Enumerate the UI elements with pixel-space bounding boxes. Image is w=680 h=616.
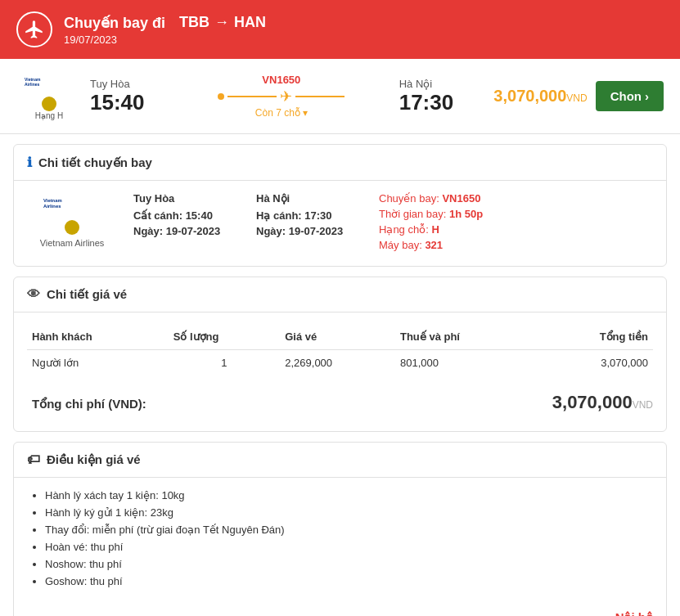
svg-text:Airlines: Airlines <box>25 82 40 87</box>
info-class-value: H <box>431 223 439 236</box>
airline-detail-badge <box>65 220 79 235</box>
seats-left-text: Còn 7 chỗ <box>255 107 300 119</box>
header-title: Chuyến bay đi TBB → HAN <box>64 14 266 32</box>
detail-info: Chuyến bay: VN1650 Thời gian bay: 1h 50p… <box>379 192 543 254</box>
arrival-info: Hà Nội 17:30 <box>399 78 473 115</box>
list-item: Hành lý ký gửi 1 kiện: 23kg <box>45 506 653 519</box>
total-value-area: 3,070,000VND <box>552 392 653 413</box>
arrival-date-value: 19-07-2023 <box>289 225 344 237</box>
header-info: Chuyến bay đi TBB → HAN 19/07/2023 <box>64 14 266 46</box>
route-line-bar2 <box>295 96 345 97</box>
info-duration-row: Thời gian bay: 1h 50p <box>379 208 543 220</box>
col-total: Tổng tiền <box>535 324 653 350</box>
list-item: Hành lý xách tay 1 kiện: 10kg <box>45 489 653 501</box>
flight-detail-section: ℹ Chi tiết chuyến bay Vietnam Airlines V… <box>13 144 667 267</box>
info-flight-row: Chuyến bay: VN1650 <box>379 192 543 205</box>
airline-detail-name: Vietnam Airlines <box>40 238 105 248</box>
seats-left[interactable]: Còn 7 chỗ ▾ <box>255 107 308 119</box>
info-class-label: Hạng chỗ: <box>379 223 429 236</box>
price-section: 3,070,000VND <box>481 87 588 106</box>
departure-col-title: Tuy Hòa <box>133 192 240 205</box>
departure-time: 15:40 <box>90 90 164 115</box>
departure-depart-row: Cất cánh: 15:40 <box>133 209 240 222</box>
header-title-text: Chuyến bay đi <box>64 14 165 32</box>
departure-date-row: Ngày: 19-07-2023 <box>133 225 240 237</box>
header-route-to: HAN <box>234 14 266 31</box>
col-fare: Giá vé <box>280 324 395 350</box>
flight-summary-card: Vietnam Airlines Hạng H Tuy Hòa 15:40 VN… <box>0 59 680 134</box>
list-item: Hoàn vé: thu phí <box>45 541 653 553</box>
eye-icon: 👁 <box>27 287 40 302</box>
info-duration-label: Thời gian bay: <box>379 208 446 220</box>
total-label: Tổng chi phí (VND): <box>32 397 146 411</box>
price-detail-body: Hành khách Số lượng Giá vé Thuế và phí T… <box>14 312 666 431</box>
route-line: ✈ <box>218 88 345 106</box>
route-line-bar <box>227 96 277 97</box>
list-item: Goshow: thu phí <box>45 575 653 587</box>
table-row: Người lớn 1 2,269,000 801,000 3,070,000 <box>27 350 653 376</box>
flight-detail-title: Chi tiết chuyến bay <box>38 155 152 170</box>
flight-detail-body: Vietnam Airlines Vietnam Airlines Tuy Hò… <box>14 181 666 266</box>
price-table-body: Người lớn 1 2,269,000 801,000 3,070,000 <box>27 350 653 376</box>
select-arrow-icon: › <box>645 89 649 103</box>
svg-text:Airlines: Airlines <box>43 205 61 209</box>
arrival-city: Hà Nội <box>399 78 473 90</box>
price-detail-section: 👁 Chi tiết giá vé Hành khách Số lượng Gi… <box>13 277 667 432</box>
route-info: VN1650 ✈ Còn 7 chỗ ▾ <box>172 74 391 119</box>
arrival-col-title: Hà Nội <box>256 192 363 205</box>
list-item: Noshow: thu phí <box>45 558 653 570</box>
info-plane-value: 321 <box>425 239 443 251</box>
svg-text:Vietnam: Vietnam <box>43 199 62 204</box>
col-passenger: Hành khách <box>27 324 169 350</box>
total-currency: VND <box>633 399 653 411</box>
header-arrow: → <box>214 14 229 31</box>
airline-logo: Vietnam Airlines Hạng H <box>16 72 82 120</box>
arrival-date-label: Ngày: <box>256 225 286 237</box>
header-date: 19/07/2023 <box>64 34 266 46</box>
passenger-quantity: 1 <box>169 350 281 376</box>
airline-rank: Hạng H <box>35 111 63 120</box>
route-plane-icon: ✈ <box>280 88 292 106</box>
flight-currency: VND <box>566 92 587 104</box>
info-plane-label: Máy bay: <box>379 239 422 251</box>
info-flight-value: VN1650 <box>442 192 480 205</box>
price-table: Hành khách Số lượng Giá vé Thuế và phí T… <box>27 324 653 375</box>
airline-detail-logo: Vietnam Airlines <box>43 192 101 218</box>
price-detail-header: 👁 Chi tiết giá vé <box>14 277 666 312</box>
fare-list: Hành lý xách tay 1 kiện: 10kg Hành lý ký… <box>27 489 653 587</box>
arrival-land-label: Hạ cánh: <box>256 209 302 222</box>
passenger-fare: 2,269,000 <box>280 350 395 376</box>
arrival-time: 17:30 <box>399 90 473 115</box>
select-label: Chon <box>610 89 642 103</box>
fare-conditions-title: Điều kiện giá vé <box>47 452 141 467</box>
flight-number: VN1650 <box>262 74 300 86</box>
flight-price: 3,070,000 <box>493 87 566 105</box>
col-tax: Thuế và phí <box>395 324 535 350</box>
total-row: Tổng chi phí (VND): 3,070,000VND <box>27 385 653 420</box>
svg-text:Vietnam: Vietnam <box>25 77 41 82</box>
select-button[interactable]: Chon › <box>596 81 664 111</box>
arrival-land-row: Hạ cánh: 17:30 <box>256 209 363 222</box>
departure-date-label: Ngày: <box>133 225 163 237</box>
list-item: Thay đổi: miễn phí (trừ giai đoạn Tết Ng… <box>45 524 653 536</box>
vietnam-airlines-logo-svg: Vietnam Airlines <box>25 72 74 95</box>
flight-detail-header: ℹ Chi tiết chuyến bay <box>14 145 666 181</box>
passenger-type: Người lớn <box>27 350 169 376</box>
price-table-header-row: Hành khách Số lượng Giá vé Thuế và phí T… <box>27 324 653 350</box>
info-duration-value: 1h 50p <box>449 208 483 220</box>
passenger-tax: 801,000 <box>395 350 535 376</box>
noi-bo-label: Nội bộ <box>14 604 666 616</box>
departure-col: Tuy Hòa Cất cánh: 15:40 Ngày: 19-07-2023 <box>133 192 240 254</box>
col-quantity: Số lượng <box>169 324 281 350</box>
departure-city: Tuy Hòa <box>90 78 164 90</box>
airline-detail: Vietnam Airlines Vietnam Airlines <box>27 192 117 248</box>
tag-icon: 🏷 <box>27 452 40 467</box>
total-label-area: Tổng chi phí (VND): <box>27 397 146 411</box>
departure-date-value: 19-07-2023 <box>166 225 221 237</box>
passenger-total: 3,070,000 <box>535 350 653 376</box>
departure-info: Tuy Hòa 15:40 <box>90 78 164 115</box>
departure-depart-label: Cất cánh: <box>133 209 182 222</box>
header-plane-icon <box>16 11 52 47</box>
fare-conditions-header: 🏷 Điều kiện giá vé <box>14 443 666 478</box>
departure-depart-time: 15:40 <box>186 209 213 222</box>
